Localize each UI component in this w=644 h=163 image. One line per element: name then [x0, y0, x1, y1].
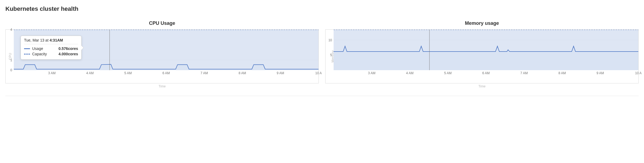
tooltip-usage-value: 0.576cores	[59, 46, 78, 51]
tooltip-header: Tue, Mar 13 at 4:31AM	[24, 38, 78, 44]
x-tick: 4 AM	[86, 71, 93, 75]
x-tick: 8 AM	[558, 71, 566, 75]
x-tick: 5 AM	[124, 71, 132, 75]
chart-tooltip: Tue, Mar 13 at 4:31AM Usage 0.576cores C…	[21, 36, 82, 60]
x-tick: 6 AM	[482, 71, 489, 75]
solid-line-icon	[24, 48, 30, 49]
cpu-x-axis-label: Time	[5, 84, 319, 88]
x-tick: 9 AM	[596, 71, 604, 75]
tooltip-time: 4:31AM	[49, 38, 63, 42]
memory-chart-panel: Memory usage Memory 510 3 AM4 AM5 AM6 AM…	[325, 21, 639, 88]
memory-plot-area[interactable]: 510	[334, 30, 638, 70]
memory-x-ticks: 3 AM4 AM5 AM6 AM7 AM8 AM9 AM10 A	[334, 70, 638, 76]
tooltip-capacity-label: Capacity	[32, 52, 56, 56]
x-tick: 3 AM	[48, 71, 55, 75]
x-tick: 4 AM	[406, 71, 413, 75]
section-title: Kubernetes cluster health	[5, 5, 639, 12]
cpu-chart-title: CPU Usage	[5, 21, 319, 26]
memory-x-axis-label: Time	[325, 84, 639, 88]
tooltip-row-usage: Usage 0.576cores	[24, 46, 78, 51]
y-tick: 0	[10, 68, 12, 72]
x-tick: 7 AM	[200, 71, 208, 75]
y-tick: 5	[330, 53, 332, 57]
y-tick: 4	[10, 28, 12, 32]
x-tick: 5 AM	[444, 71, 451, 75]
memory-chart-frame[interactable]: Memory 510 3 AM4 AM5 AM6 AM7 AM8 AM9 AM1…	[325, 29, 639, 83]
tooltip-row-capacity: Capacity 4.000cores	[24, 51, 78, 57]
x-tick: 6 AM	[162, 71, 170, 75]
cpu-x-ticks: 3 AM4 AM5 AM6 AM7 AM8 AM9 AM10 A	[14, 70, 318, 76]
cpu-chart-panel: CPU Usage CPU 014 3 AM4 AM5 AM6 AM7 AM8 …	[5, 21, 319, 88]
charts-row: CPU Usage CPU 014 3 AM4 AM5 AM6 AM7 AM8 …	[5, 21, 639, 96]
dashed-line-icon	[24, 54, 30, 55]
y-tick: 10	[328, 38, 332, 42]
x-tick: 9 AM	[277, 71, 284, 75]
tooltip-date: Tue, Mar 13 at	[24, 38, 49, 42]
y-tick: 1	[10, 58, 12, 62]
x-tick: 7 AM	[520, 71, 528, 75]
tooltip-usage-label: Usage	[32, 46, 56, 51]
tooltip-capacity-value: 4.000cores	[59, 52, 78, 56]
x-tick: 10 A	[635, 71, 642, 75]
memory-chart-title: Memory usage	[325, 21, 639, 26]
x-tick: 10 A	[315, 71, 322, 75]
x-tick: 3 AM	[368, 71, 375, 75]
chart-svg	[334, 30, 638, 70]
x-tick: 8 AM	[239, 71, 246, 75]
